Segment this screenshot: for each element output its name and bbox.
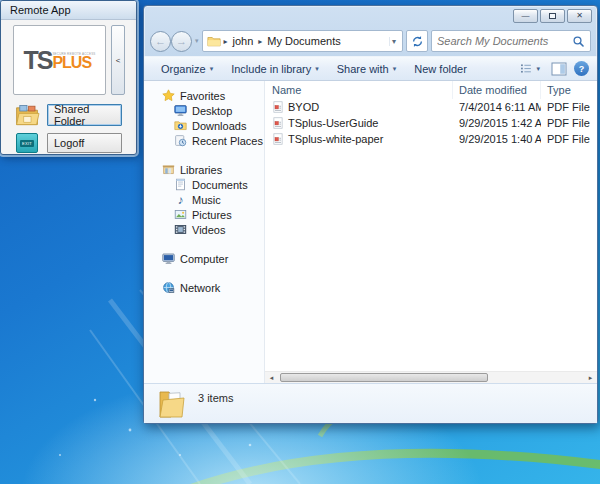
file-date: 9/29/2015 1:42 AM <box>453 117 541 129</box>
computer-label: Computer <box>180 253 228 265</box>
tsplus-logo-box: TS SECURE REMOTE ACCESS PLUS <box>13 25 106 95</box>
address-bar[interactable]: ▸ john ▸ My Documents ▾ <box>202 30 403 52</box>
pictures-label: Pictures <box>192 209 232 221</box>
shared-folder-button[interactable]: Shared Folder <box>47 104 122 126</box>
breadcrumb-arrow-icon: ▸ <box>258 37 262 46</box>
file-type: PDF File <box>541 117 597 129</box>
search-box[interactable] <box>431 30 591 52</box>
remote-app-titlebar[interactable]: Remote App <box>1 1 136 20</box>
close-button[interactable]: ✕ <box>567 9 592 23</box>
forward-icon: → <box>176 36 187 47</box>
file-name: TSplus-white-paper <box>288 133 383 145</box>
logoff-label: Logoff <box>54 137 84 149</box>
item-count: 3 items <box>198 388 233 423</box>
tsplus-logo: TS SECURE REMOTE ACCESS PLUS <box>23 50 95 70</box>
organize-label: Organize <box>161 63 206 75</box>
share-with-button[interactable]: Share with ▾ <box>328 60 406 78</box>
views-button[interactable]: ▾ <box>515 59 544 78</box>
collapse-button[interactable]: < <box>111 25 125 95</box>
file-row-tsplus-white-paper[interactable]: TSplus-white-paper 9/29/2015 1:40 AM PDF… <box>265 131 597 147</box>
preview-pane-icon <box>551 62 567 76</box>
details-pane: 3 items <box>144 383 597 423</box>
column-header-name[interactable]: Name <box>265 81 453 99</box>
maximize-icon <box>549 13 556 19</box>
preview-pane-button[interactable] <box>551 62 567 76</box>
minimize-button[interactable]: — <box>513 9 538 23</box>
documents-label: Documents <box>192 179 248 191</box>
address-dropdown-icon[interactable]: ▾ <box>389 37 398 46</box>
sidebar-item-desktop[interactable]: Desktop <box>144 103 264 118</box>
sidebar-item-network[interactable]: Network <box>144 280 264 295</box>
nav-history-dropdown[interactable]: ▾ <box>195 37 199 45</box>
chevron-down-icon: ▾ <box>393 65 397 73</box>
sidebar-item-downloads[interactable]: Downloads <box>144 118 264 133</box>
exit-icon: EXIT <box>16 133 38 153</box>
music-icon: ♪ <box>174 194 187 206</box>
minimize-icon: — <box>522 12 530 20</box>
file-type: PDF File <box>541 101 597 113</box>
horizontal-scrollbar[interactable]: ◂ ▸ <box>265 371 597 383</box>
back-button[interactable]: ← <box>150 31 171 52</box>
scroll-left-button[interactable]: ◂ <box>265 372 278 383</box>
sidebar-item-recent-places[interactable]: Recent Places <box>144 133 264 148</box>
help-icon: ? <box>579 64 585 74</box>
file-date: 9/29/2015 1:40 AM <box>453 133 541 145</box>
shared-folder-icon-button[interactable] <box>13 103 41 127</box>
refresh-button[interactable] <box>406 30 428 52</box>
videos-icon <box>174 223 187 236</box>
desktop-icon <box>174 104 187 117</box>
logoff-icon-button[interactable]: EXIT <box>13 133 41 153</box>
music-label: Music <box>192 194 221 206</box>
include-in-library-button[interactable]: Include in library ▾ <box>222 60 328 78</box>
help-button[interactable]: ? <box>574 61 589 76</box>
file-type: PDF File <box>541 133 597 145</box>
maximize-button[interactable] <box>540 9 565 23</box>
file-row-byod[interactable]: BYOD 7/4/2014 6:11 AM PDF File <box>265 99 597 115</box>
remote-app-window: Remote App TS SECURE REMOTE ACCESS PLUS … <box>0 0 137 155</box>
breadcrumb-segment-my-documents[interactable]: My Documents <box>265 35 342 47</box>
refresh-icon <box>411 35 424 48</box>
logoff-button[interactable]: Logoff <box>47 133 122 153</box>
sidebar-item-favorites[interactable]: Favorites <box>144 88 264 103</box>
sidebar-item-pictures[interactable]: Pictures <box>144 207 264 222</box>
address-row: ← → ▾ ▸ john ▸ My Documents ▾ <box>144 26 597 56</box>
breadcrumb-segment-john[interactable]: john <box>231 35 256 47</box>
documents-icon <box>174 178 187 191</box>
organize-button[interactable]: Organize ▾ <box>152 60 222 78</box>
shared-folder-icon <box>14 103 40 127</box>
scrollbar-track[interactable] <box>278 372 584 383</box>
downloads-label: Downloads <box>192 120 246 132</box>
file-date: 7/4/2014 6:11 AM <box>453 101 541 113</box>
tsplus-logo-plus: PLUS <box>52 56 91 70</box>
command-toolbar: Organize ▾ Include in library ▾ Share wi… <box>144 56 597 81</box>
explorer-window: — ✕ ← → ▾ ▸ john ▸ My Documents ▾ <box>143 5 598 424</box>
file-row-tsplus-userguide[interactable]: TSplus-UserGuide 9/29/2015 1:42 AM PDF F… <box>265 115 597 131</box>
explorer-titlebar[interactable]: — ✕ <box>144 6 597 26</box>
search-icon[interactable] <box>572 35 585 48</box>
libraries-label: Libraries <box>180 164 222 176</box>
shared-folder-label: Shared Folder <box>54 103 121 127</box>
sidebar-item-music[interactable]: ♪ Music <box>144 192 264 207</box>
chevron-down-icon: ▾ <box>210 65 214 73</box>
breadcrumb-arrow-icon: ▸ <box>224 37 228 46</box>
column-header-date-modified[interactable]: Date modified <box>453 81 541 99</box>
sidebar-item-videos[interactable]: Videos <box>144 222 264 237</box>
forward-button[interactable]: → <box>171 31 192 52</box>
sidebar-item-documents[interactable]: Documents <box>144 177 264 192</box>
sidebar-item-computer[interactable]: Computer <box>144 251 264 266</box>
scroll-right-button[interactable]: ▸ <box>584 372 597 383</box>
new-folder-button[interactable]: New folder <box>405 60 476 78</box>
scrollbar-thumb[interactable] <box>280 373 488 382</box>
open-folder-icon <box>156 388 188 420</box>
column-header-type[interactable]: Type <box>541 81 597 99</box>
recent-places-icon <box>174 134 187 147</box>
recent-places-label: Recent Places <box>192 135 263 147</box>
views-icon <box>519 62 533 75</box>
back-icon: ← <box>155 36 166 47</box>
sidebar-item-libraries[interactable]: Libraries <box>144 162 264 177</box>
remote-app-title: Remote App <box>10 4 71 16</box>
network-icon <box>162 281 175 294</box>
network-label: Network <box>180 282 220 294</box>
close-icon: ✕ <box>576 12 583 20</box>
search-input[interactable] <box>437 35 572 47</box>
